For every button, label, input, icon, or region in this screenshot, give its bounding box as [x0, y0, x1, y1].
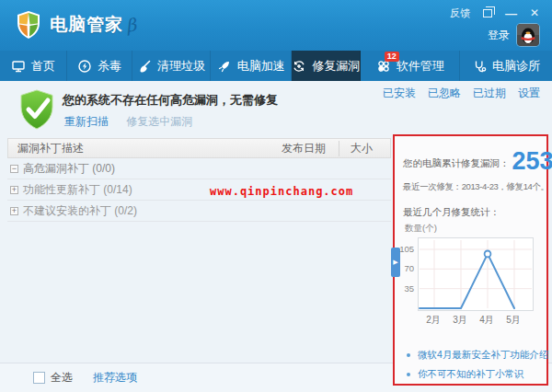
x-tick-label: 5月 [506, 314, 521, 327]
chart-x-axis: 2月3月4月5月 [418, 314, 534, 326]
feedback-link[interactable]: 反馈 [450, 6, 470, 19]
safe-shield-icon [18, 89, 55, 130]
filter-ignored[interactable]: 已忽略 [428, 86, 461, 101]
watermark-text: www.qinpinchang.com [210, 185, 353, 198]
login-link[interactable]: 登录 [488, 28, 510, 43]
nav-tab-software-manager[interactable]: 12 软件管理 [361, 51, 460, 81]
nav-tab-fix-vulnerabilities[interactable]: 修复漏洞 [292, 51, 361, 81]
antivirus-lightning-icon [77, 59, 92, 74]
x-tick-label: 4月 [479, 314, 494, 327]
expand-icon[interactable]: + [10, 207, 18, 215]
bullet-icon [407, 353, 410, 357]
x-tick-label: 3月 [453, 314, 467, 327]
news-links: 微软4月最新安全补丁功能介绍 你不可不知的补丁小常识 [407, 345, 543, 384]
close-icon[interactable]: ✕ [530, 6, 539, 19]
rescan-link[interactable]: 重新扫描 [64, 115, 109, 128]
expand-icon[interactable]: + [10, 186, 18, 194]
app-window: 电脑管家 β 反馈 — ✕ 登录 [0, 0, 552, 392]
total-fixed-value: 253 [512, 149, 552, 174]
total-fixed-label: 您的电脑累计修复漏洞： [403, 157, 510, 174]
last-fix-text: 最近一次修复：2013-4-23，修复14个。 [403, 181, 549, 193]
content-area: 您的系统不存在任何高危漏洞，无需修复 重新扫描 修复选中漏洞 已安装 已忽略 已… [0, 81, 552, 392]
x-tick-label: 2月 [426, 314, 441, 327]
minimize-icon[interactable]: — [505, 6, 517, 19]
table-row-not-recommended[interactable]: + 不建议安装的补丁 (0/2) [7, 201, 391, 222]
main-nav: 首页 杀毒 清理垃圾 电脑加速 [0, 51, 552, 81]
broom-icon [137, 59, 152, 74]
nav-label: 电脑加速 [237, 58, 285, 75]
column-header-date: 发布日期 [282, 141, 339, 156]
rocket-icon [217, 59, 232, 74]
repair-patch-icon [292, 59, 306, 74]
y-tick-label: 105 [399, 244, 414, 254]
monthly-chart [418, 237, 534, 311]
row-label: 高危漏洞补丁 (0/0) [23, 161, 115, 177]
qq-avatar[interactable] [517, 24, 539, 46]
nav-label: 杀毒 [98, 58, 121, 75]
filter-installed[interactable]: 已安装 [383, 86, 416, 101]
column-header-description: 漏洞补丁描述 [8, 141, 282, 156]
beta-mark: β [125, 14, 138, 35]
filter-expired[interactable]: 已过期 [473, 86, 506, 101]
shield-logo-icon [15, 10, 42, 40]
nav-tab-home[interactable]: 首页 [0, 51, 67, 81]
news-link-april-patches[interactable]: 微软4月最新安全补丁功能介绍 [418, 349, 548, 362]
collapse-icon[interactable]: − [10, 165, 18, 173]
patch-table-header: 漏洞补丁描述 发布日期 大小 [7, 138, 391, 158]
nav-tab-cleanup[interactable]: 清理垃圾 [132, 51, 211, 81]
table-row-high-risk[interactable]: − 高危漏洞补丁 (0/0) [7, 158, 391, 179]
repair-stats-panel: ▶ 您的电脑累计修复漏洞： 253 最近一次修复：2013-4-23，修复14个… [393, 134, 548, 386]
news-link-patch-tips[interactable]: 你不可不知的补丁小常识 [418, 368, 524, 381]
recommended-options-link[interactable]: 推荐选项 [93, 370, 137, 386]
app-logo: 电脑管家 β [15, 10, 136, 40]
app-title: 电脑管家 [50, 13, 123, 37]
nav-tab-pc-clinic[interactable]: 电脑诊所 [460, 51, 552, 81]
y-tick-label: 70 [404, 263, 414, 273]
software-update-badge: 12 [385, 52, 399, 62]
select-all-label[interactable]: 全选 [51, 370, 73, 386]
column-header-size: 大小 [339, 141, 390, 156]
title-bar: 电脑管家 β 反馈 — ✕ 登录 [0, 0, 552, 51]
monthly-stats-title: 最近几个月修复统计： [403, 206, 500, 219]
row-label: 功能性更新补丁 (0/14) [23, 182, 132, 198]
monitor-icon [11, 59, 26, 74]
settings-link[interactable]: 设置 [518, 86, 540, 101]
chart-y-axis-title: 数量(个) [405, 223, 437, 235]
chart-y-axis: 3570105 [395, 237, 416, 311]
fix-selected-link[interactable]: 修复选中漏洞 [126, 115, 192, 128]
filter-links: 已安装 已忽略 已过期 设置 [383, 86, 540, 101]
nav-tab-speedup[interactable]: 电脑加速 [211, 51, 292, 81]
nav-label: 修复漏洞 [312, 58, 360, 75]
bullet-icon [407, 373, 410, 376]
nav-label: 软件管理 [397, 58, 444, 75]
stethoscope-icon [472, 59, 487, 74]
select-all-checkbox[interactable] [33, 372, 45, 384]
nav-label: 首页 [31, 58, 55, 75]
status-message: 您的系统不存在任何高危漏洞，无需修复 [63, 92, 278, 109]
restore-icon[interactable] [483, 6, 492, 19]
y-tick-label: 35 [404, 283, 414, 294]
nav-tab-antivirus[interactable]: 杀毒 [67, 51, 132, 81]
nav-label: 电脑诊所 [492, 58, 540, 75]
row-label: 不建议安装的补丁 (0/2) [23, 203, 137, 219]
chart-plot-svg [419, 238, 533, 310]
nav-label: 清理垃圾 [157, 58, 205, 75]
